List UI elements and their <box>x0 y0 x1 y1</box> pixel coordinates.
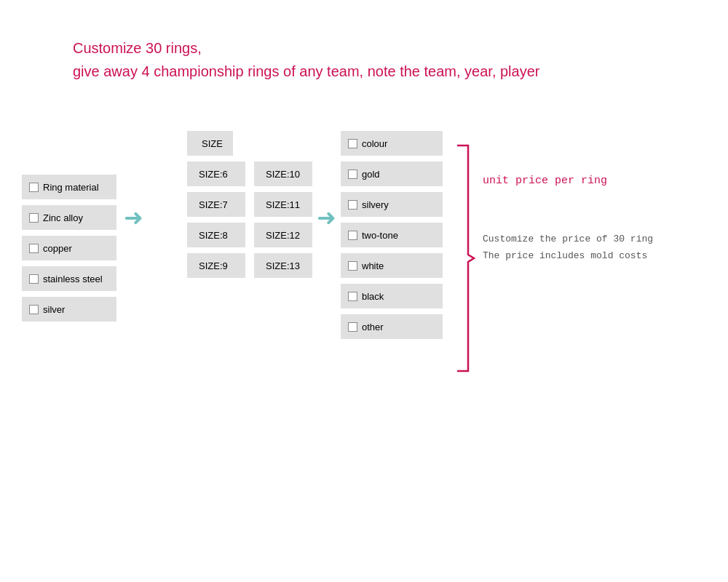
zinc-alloy-checkbox[interactable] <box>29 213 39 223</box>
gold-option[interactable]: gold <box>341 162 443 186</box>
colour-label: colour <box>362 138 387 149</box>
size-9-option[interactable]: SIZE:9 <box>187 253 245 278</box>
black-checkbox[interactable] <box>348 292 357 301</box>
black-option[interactable]: black <box>341 284 443 308</box>
col-size-left: SIZE:6 SIZE:7 SIZE:8 SIZE:9 <box>187 162 245 284</box>
silvery-checkbox[interactable] <box>348 200 357 210</box>
zinc-alloy-option[interactable]: Zinc alloy <box>22 205 116 230</box>
zinc-alloy-label: Zinc alloy <box>43 212 83 223</box>
customize-line2: The price includes mold costs <box>483 247 653 264</box>
gold-checkbox[interactable] <box>348 170 357 179</box>
size-10-option[interactable]: SIZE:10 <box>254 162 312 186</box>
arrow-1: ➜ <box>124 204 143 231</box>
size-6-label: SIZE:6 <box>199 169 228 180</box>
arrow-2: ➜ <box>317 204 336 231</box>
page: Customize 30 rings, give away 4 champion… <box>0 0 728 582</box>
colour-option[interactable]: colour <box>341 131 443 156</box>
stainless-steel-option[interactable]: stainless steel <box>22 266 116 291</box>
bracket-symbol <box>454 138 475 378</box>
silver-label: silver <box>43 304 65 315</box>
col-size: SIZE SIZE:6 SIZE:7 SIZE:8 <box>187 131 312 284</box>
other-checkbox[interactable] <box>348 322 357 332</box>
unit-price-text: unit price per ring <box>483 175 653 187</box>
ring-material-label: Ring material <box>43 182 99 193</box>
size-header-label: SIZE <box>202 138 223 149</box>
header-line2: give away 4 championship rings of any te… <box>73 60 539 83</box>
col-size-inner: SIZE:6 SIZE:7 SIZE:8 SIZE:9 <box>187 162 312 284</box>
size-8-option[interactable]: SIZE:8 <box>187 223 245 247</box>
two-tone-label: two-tone <box>362 230 398 241</box>
size-header-box[interactable]: SIZE <box>187 131 233 156</box>
ring-material-checkbox[interactable] <box>29 183 39 192</box>
size-9-label: SIZE:9 <box>199 260 228 271</box>
copper-checkbox[interactable] <box>29 244 39 253</box>
two-tone-checkbox[interactable] <box>348 231 357 240</box>
size-header-row: SIZE <box>187 131 233 156</box>
size-11-label: SIZE:11 <box>266 199 300 210</box>
stainless-steel-label: stainless steel <box>43 274 103 284</box>
silvery-label: silvery <box>362 199 389 210</box>
size-8-label: SIZE:8 <box>199 230 228 241</box>
size-10-label: SIZE:10 <box>266 169 300 180</box>
ring-material-option[interactable]: Ring material <box>22 175 116 199</box>
black-label: black <box>362 291 384 302</box>
customize-info-text: Customize the price of 30 ring The price… <box>483 231 653 265</box>
size-11-option[interactable]: SIZE:11 <box>254 192 312 217</box>
size-6-option[interactable]: SIZE:6 <box>187 162 245 186</box>
size-7-label: SIZE:7 <box>199 199 228 210</box>
stainless-steel-checkbox[interactable] <box>29 274 39 284</box>
col-color: colour gold silvery two-tone white black <box>341 131 443 345</box>
header: Customize 30 rings, give away 4 champion… <box>73 36 539 83</box>
col-material: Ring material Zinc alloy copper stainles… <box>22 175 116 327</box>
silvery-option[interactable]: silvery <box>341 192 443 217</box>
columns-area: Ring material Zinc alloy copper stainles… <box>22 131 653 378</box>
colour-checkbox[interactable] <box>348 139 357 148</box>
size-13-option[interactable]: SIZE:13 <box>254 253 312 278</box>
size-12-label: SIZE:12 <box>266 230 300 241</box>
col-size-right: SIZE:10 SIZE:11 SIZE:12 SIZE:13 <box>254 162 312 284</box>
size-12-option[interactable]: SIZE:12 <box>254 223 312 247</box>
header-line1: Customize 30 rings, <box>73 36 539 60</box>
bracket-section: unit price per ring Customize the price … <box>454 131 653 378</box>
white-option[interactable]: white <box>341 253 443 278</box>
two-tone-option[interactable]: two-tone <box>341 223 443 247</box>
silver-option[interactable]: silver <box>22 297 116 322</box>
other-label: other <box>362 322 384 332</box>
white-label: white <box>362 260 384 271</box>
silver-checkbox[interactable] <box>29 305 39 314</box>
gold-label: gold <box>362 169 380 180</box>
customize-line1: Customize the price of 30 ring <box>483 231 653 247</box>
other-option[interactable]: other <box>341 314 443 339</box>
bracket-text: unit price per ring Customize the price … <box>483 175 653 265</box>
white-checkbox[interactable] <box>348 261 357 271</box>
size-7-option[interactable]: SIZE:7 <box>187 192 245 217</box>
copper-label: copper <box>43 243 72 254</box>
size-13-label: SIZE:13 <box>266 260 300 271</box>
copper-option[interactable]: copper <box>22 236 116 260</box>
